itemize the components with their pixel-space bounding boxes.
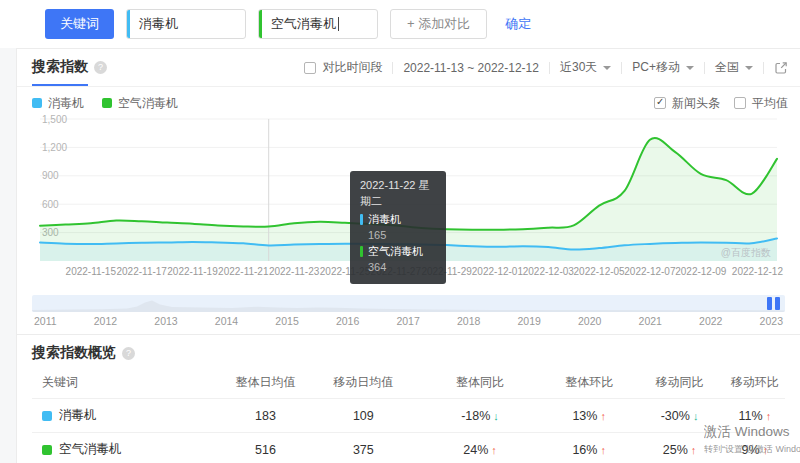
legend-label: 消毒机 xyxy=(48,95,84,112)
overall-daily-cell: 183 xyxy=(220,399,310,433)
keyword-button[interactable]: 关键词 xyxy=(45,9,114,39)
overview-title: 搜索指数概览 xyxy=(32,344,116,362)
separator xyxy=(763,62,764,74)
table-header-row: 关键词整体日均值移动日均值整体同比整体环比移动同比移动环比 xyxy=(32,367,785,399)
svg-text:2022-12-03: 2022-12-03 xyxy=(523,266,575,277)
average-label: 平均值 xyxy=(752,95,788,112)
compare-period-checkbox[interactable]: 对比时间段 xyxy=(304,59,382,76)
checkbox-icon[interactable] xyxy=(304,62,316,74)
separator xyxy=(549,62,550,74)
news-headlines-checkbox[interactable]: 新闻头条 xyxy=(654,95,720,112)
legend-items: 消毒机空气消毒机 xyxy=(32,95,178,112)
keyword-input-1[interactable]: 消毒机 xyxy=(126,9,246,39)
date-range[interactable]: 2022-11-13 ~ 2022-12-12 xyxy=(403,61,539,75)
change-cell: -18%↓ xyxy=(416,399,544,433)
timeline-year-label: 2018 xyxy=(457,315,480,327)
svg-text:2022-11-17: 2022-11-17 xyxy=(116,266,167,277)
svg-text:2022-11-15: 2022-11-15 xyxy=(66,266,117,277)
timeline-year-label: 2023 xyxy=(760,315,783,327)
column-header: 移动环比 xyxy=(725,367,785,399)
slider-handle-right[interactable] xyxy=(775,297,780,310)
legend-swatch xyxy=(102,98,112,108)
timeline-year-label: 2013 xyxy=(154,315,177,327)
series-swatch xyxy=(42,411,52,421)
panel-header: 搜索指数 ? 对比时间段 2022-11-13 ~ 2022-12-12 近30… xyxy=(17,49,800,87)
up-arrow-icon: ↑ xyxy=(766,410,772,422)
svg-text:900: 900 xyxy=(42,170,59,181)
keyword-cell: 空气消毒机 xyxy=(32,433,220,463)
column-header: 整体环比 xyxy=(544,367,634,399)
column-header: 整体同比 xyxy=(416,367,544,399)
export-icon xyxy=(774,61,788,75)
svg-text:2022-11-27: 2022-11-27 xyxy=(371,266,422,277)
svg-text:2022-11-21: 2022-11-21 xyxy=(218,266,269,277)
average-checkbox[interactable]: 平均值 xyxy=(734,95,788,112)
table-row: 消毒机183109-18%↓13%↑-30%↓11%↑ xyxy=(32,399,785,433)
svg-text:2022-12-09: 2022-12-09 xyxy=(675,266,727,277)
keyword-input-2[interactable]: 空气消毒机 xyxy=(258,9,378,39)
search-index-panel: 搜索指数 ? 对比时间段 2022-11-13 ~ 2022-12-12 近30… xyxy=(16,48,800,463)
down-arrow-icon: ↓ xyxy=(493,410,499,422)
overview-table: 关键词整体日均值移动日均值整体同比整体环比移动同比移动环比 消毒机183109-… xyxy=(32,367,785,463)
timeline-year-label: 2011 xyxy=(34,315,57,327)
svg-text:2022-12-07: 2022-12-07 xyxy=(624,266,676,277)
slider-handle-left[interactable] xyxy=(767,297,772,310)
slider-track[interactable] xyxy=(32,295,785,312)
timeline-year-label: 2015 xyxy=(275,315,298,327)
legend-item[interactable]: 空气消毒机 xyxy=(102,95,178,112)
chart-canvas[interactable]: 3006009001,2001,5002022-11-152022-11-172… xyxy=(32,113,785,294)
separator xyxy=(621,62,622,74)
trend-chart[interactable]: 3006009001,2001,5002022-11-152022-11-172… xyxy=(32,113,785,291)
timeline-year-label: 2020 xyxy=(578,315,601,327)
overview-section: 搜索指数概览 ? 关键词整体日均值移动日均值整体同比整体环比移动同比移动环比 消… xyxy=(17,335,800,463)
checkbox-checked-icon[interactable] xyxy=(654,97,666,109)
timeline-year-label: 2021 xyxy=(639,315,662,327)
confirm-link[interactable]: 确定 xyxy=(505,15,531,33)
mobile-daily-cell: 109 xyxy=(311,399,416,433)
svg-text:2022-11-29: 2022-11-29 xyxy=(421,266,472,277)
series-swatch xyxy=(42,445,52,455)
svg-text:1,200: 1,200 xyxy=(42,142,67,153)
chevron-down-icon xyxy=(603,66,611,74)
change-cell: 16%↑ xyxy=(544,433,634,463)
tab-search-index[interactable]: 搜索指数 xyxy=(32,49,88,86)
mobile-daily-cell: 375 xyxy=(311,433,416,463)
column-header: 移动同比 xyxy=(634,367,724,399)
chevron-down-icon xyxy=(745,66,753,74)
change-cell: 11%↑ xyxy=(725,399,785,433)
export-button[interactable] xyxy=(774,61,788,75)
legend-label: 空气消毒机 xyxy=(118,95,178,112)
add-compare-button[interactable]: + 添加对比 xyxy=(390,9,487,39)
help-icon[interactable]: ? xyxy=(94,61,107,74)
keyword1-value: 消毒机 xyxy=(130,15,178,33)
change-cell: 24%↑ xyxy=(416,433,544,463)
timeline-years: 2011201220132014201520162017201820192020… xyxy=(34,315,783,327)
range-select[interactable]: 近30天 xyxy=(560,59,611,76)
change-cell: 13%↑ xyxy=(544,399,634,433)
timeline-year-label: 2022 xyxy=(699,315,722,327)
slider-sparkline xyxy=(32,295,785,312)
checkbox-icon[interactable] xyxy=(734,97,746,109)
platform-select[interactable]: PC+移动 xyxy=(632,59,694,76)
change-cell: -30%↓ xyxy=(634,399,724,433)
range-select-value: 近30天 xyxy=(560,59,597,76)
separator xyxy=(704,62,705,74)
change-cell: 9%↑ xyxy=(725,433,785,463)
help-icon[interactable]: ? xyxy=(122,347,135,360)
svg-text:2022-11-23: 2022-11-23 xyxy=(269,266,320,277)
svg-text:2022-11-19: 2022-11-19 xyxy=(167,266,218,277)
up-arrow-icon: ↑ xyxy=(491,444,497,456)
platform-select-value: PC+移动 xyxy=(632,59,680,76)
up-arrow-icon: ↑ xyxy=(600,444,606,456)
timeline-year-label: 2016 xyxy=(336,315,359,327)
timeline-year-label: 2014 xyxy=(215,315,238,327)
separator xyxy=(392,62,393,74)
slider-handles[interactable] xyxy=(767,297,780,310)
legend-item[interactable]: 消毒机 xyxy=(32,95,84,112)
timeline-year-label: 2012 xyxy=(94,315,117,327)
timeline-year-label: 2019 xyxy=(517,315,540,327)
table-row: 空气消毒机51637524%↑16%↑25%↑9%↑ xyxy=(32,433,785,463)
region-select[interactable]: 全国 xyxy=(715,59,753,76)
svg-text:600: 600 xyxy=(42,199,59,210)
column-header: 整体日均值 xyxy=(220,367,310,399)
